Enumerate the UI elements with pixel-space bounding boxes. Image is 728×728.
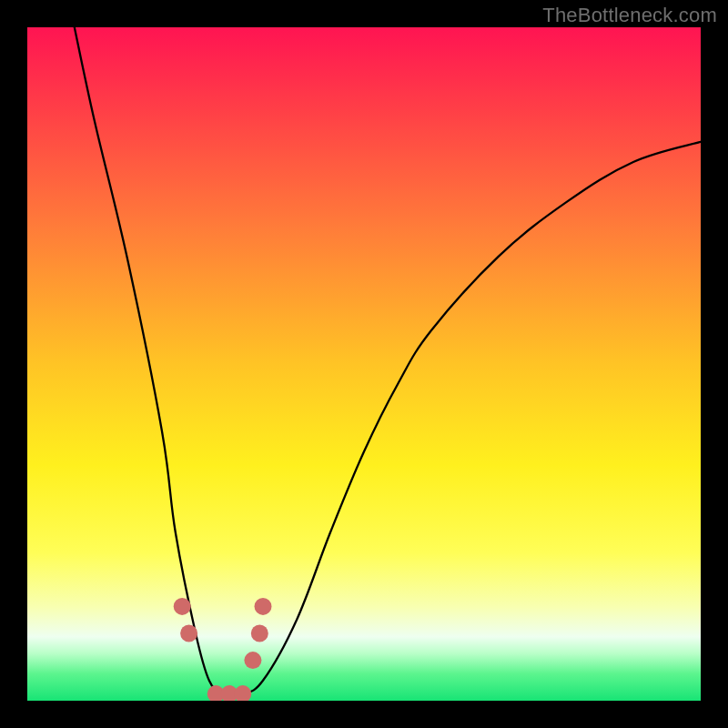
highlight-marker [251, 625, 268, 642]
highlight-marker [255, 598, 272, 615]
plot-area [27, 27, 701, 701]
highlight-marker [174, 598, 191, 615]
highlight-marker [234, 685, 251, 701]
highlight-marker [180, 625, 197, 642]
bottleneck-curve [27, 27, 701, 701]
highlight-marker [244, 652, 261, 669]
watermark-text: TheBottleneck.com [542, 4, 717, 27]
chart-frame: TheBottleneck.com [0, 0, 728, 728]
